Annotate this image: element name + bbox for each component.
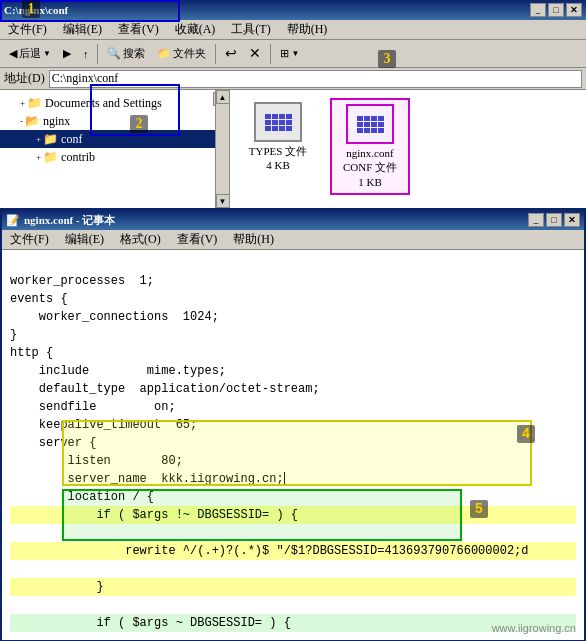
tree-item-docs[interactable]: + 📁 Documents and Settings [0,94,229,112]
expand-icon-nginx: - [20,116,23,126]
notepad-text-line15: rewrite ^/(.+)?(.*)$ "/$1?DBGSESSID=4136… [10,542,576,560]
back-dropdown-icon: ▼ [43,49,51,58]
notepad-text-line12: server_name kkk.iigrowing.cn; [10,472,285,486]
up-button[interactable]: ↑ [78,43,94,65]
folder-icon: 📁 [157,47,171,60]
notepad-maximize[interactable]: □ [546,213,562,227]
file-icon-nginx-conf [346,104,394,144]
notepad-text-line7: default_type application/octet-stream; [10,382,320,396]
notepad-minimize[interactable]: _ [528,213,544,227]
folder-icon-nginx: 📂 [25,114,40,129]
notepad-title-buttons: _ □ ✕ [528,213,580,227]
delete-icon: ✕ [249,45,261,62]
menu-file[interactable]: 文件(F) [4,21,51,38]
tree-label-conf: conf [61,132,82,147]
notepad-title-text: nginx.conf - 记事本 [24,213,115,228]
back-label: 后退 [19,46,41,61]
notepad-text-line6: include mime.types; [10,364,226,378]
notepad-text-line2: events { [10,292,68,306]
explorer-menu-bar: 文件(F) 编辑(E) 查看(V) 收藏(A) 工具(T) 帮助(H) [0,20,586,40]
scrollbar-up[interactable]: ▲ [216,90,230,104]
file-nginx-conf[interactable]: nginx.confCONF 文件1 KB [330,98,410,195]
maximize-button[interactable]: □ [548,3,564,17]
views-dropdown-icon: ▼ [291,49,299,58]
folder-icon-conf: 📁 [43,132,58,147]
file-icon-grid-types [265,114,292,131]
notepad-window: 📝 nginx.conf - 记事本 _ □ ✕ 文件(F) 编辑(E) 格式(… [0,208,586,641]
notepad-text-line10: server { [10,436,96,450]
address-bar: 地址(D) [0,68,586,90]
close-button[interactable]: ✕ [566,3,582,17]
notepad-menu-bar: 文件(F) 编辑(E) 格式(O) 查看(V) 帮助(H) [2,230,584,250]
explorer-main: ✕ ▲ ▼ + 📁 Documents and Settings - 📂 ngi… [0,90,586,208]
file-icon-grid-nginx [357,116,384,133]
undo-icon: ↩ [225,45,237,62]
views-button[interactable]: ⊞ ▼ [275,43,304,65]
menu-edit[interactable]: 编辑(E) [59,21,106,38]
minimize-button[interactable]: _ [530,3,546,17]
explorer-toolbar: ◀ 后退 ▼ ▶ ↑ 🔍 搜索 📁 文件夹 ↩ ✕ ⊞ ▼ [0,40,586,68]
watermark: www.iigrowing.cn [492,620,576,637]
forward-button[interactable]: ▶ [58,43,76,65]
menu-help[interactable]: 帮助(H) [283,21,332,38]
tree-label-nginx: nginx [43,114,70,129]
folder-icon-docs: 📁 [27,96,42,111]
notepad-title-bar: 📝 nginx.conf - 记事本 _ □ ✕ [2,210,584,230]
tree-item-contrib[interactable]: + 📁 contrib [0,148,229,166]
up-icon: ↑ [83,48,89,60]
menu-favorites[interactable]: 收藏(A) [171,21,220,38]
explorer-title-text: C:\nginx\conf [4,4,530,16]
folder-button[interactable]: 📁 文件夹 [152,43,211,65]
forward-icon: ▶ [63,47,71,60]
file-label-nginx-conf: nginx.confCONF 文件1 KB [343,146,397,189]
expand-icon-conf: + [36,134,41,144]
folder-label: 文件夹 [173,46,206,61]
menu-tools[interactable]: 工具(T) [227,21,274,38]
notepad-icon: 📝 [6,214,20,227]
notepad-menu-view[interactable]: 查看(V) [173,231,222,248]
notepad-close[interactable]: ✕ [564,213,580,227]
address-label: 地址(D) [4,70,45,87]
back-button[interactable]: ◀ 后退 ▼ [4,43,56,65]
notepad-content-area[interactable]: worker_processes 1; events { worker_conn… [2,250,584,640]
notepad-menu-format[interactable]: 格式(O) [116,231,165,248]
notepad-text-line4: } [10,328,17,342]
notepad-text-line5: http { [10,346,53,360]
notepad-text-line3: worker_connections 1024; [10,310,219,324]
expand-icon-docs: + [20,98,25,108]
toolbar-separator-2 [215,44,216,64]
search-label: 搜索 [123,46,145,61]
annotation-4: 4 [517,425,535,443]
notepad-menu-edit[interactable]: 编辑(E) [61,231,108,248]
notepad-text-line1: worker_processes 1; [10,274,154,288]
file-label-types: TYPES 文件4 KB [249,144,307,173]
back-icon: ◀ [9,47,17,60]
tree-panel: ✕ ▲ ▼ + 📁 Documents and Settings - 📂 ngi… [0,90,230,208]
notepad-menu-file[interactable]: 文件(F) [6,231,53,248]
views-icon: ⊞ [280,47,289,60]
notepad-text-line13: location / { [10,490,154,504]
tree-item-nginx[interactable]: - 📂 nginx [0,112,229,130]
toolbar-separator-3 [270,44,271,64]
tree-item-conf[interactable]: + 📁 conf [0,130,229,148]
scrollbar-down[interactable]: ▼ [216,194,230,208]
notepad-text-line9: keepalive_timeout 65; [10,418,197,432]
undo-button[interactable]: ↩ [220,43,242,65]
expand-icon-contrib: + [36,152,41,162]
file-panel: TYPES 文件4 KB nginx.confCONF 文件1 KB 3 [230,90,586,208]
notepad-text-line8: sendfile on; [10,400,176,414]
file-icon-types [254,102,302,142]
toolbar-separator-1 [97,44,98,64]
menu-view[interactable]: 查看(V) [114,21,163,38]
file-types[interactable]: TYPES 文件4 KB [238,98,318,177]
address-input[interactable] [49,70,582,88]
tree-label-docs: Documents and Settings [45,96,162,111]
notepad-text-line16: } [10,578,576,596]
notepad-text-line14: if ( $args !~ DBGSESSID= ) { [10,506,576,524]
search-button[interactable]: 🔍 搜索 [102,43,150,65]
title-bar-buttons: _ □ ✕ [530,3,582,17]
search-icon: 🔍 [107,47,121,60]
explorer-title-bar: C:\nginx\conf _ □ ✕ [0,0,586,20]
notepad-menu-help[interactable]: 帮助(H) [229,231,278,248]
delete-button[interactable]: ✕ [244,43,266,65]
